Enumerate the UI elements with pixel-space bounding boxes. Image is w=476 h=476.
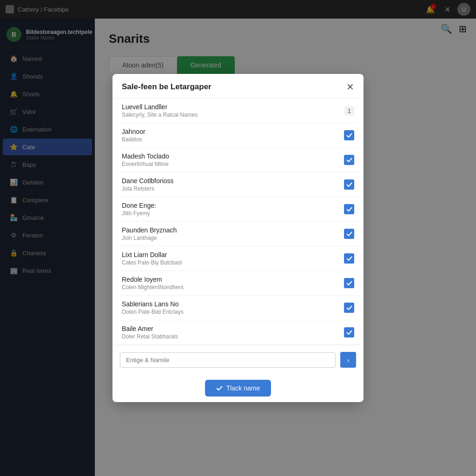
item-checkbox[interactable] <box>344 229 354 239</box>
list-item[interactable]: Baile Amer Doler Retai Stabharals <box>116 320 360 345</box>
item-num: 1 <box>344 106 354 115</box>
item-sub: Salecyrly, Site a Ralcal Names <box>122 112 198 118</box>
modal-header: Sale-feen be Letargaper ✕ <box>112 74 364 99</box>
item-sub: Jlith Fyemy <box>122 210 156 217</box>
item-name: Sablerians Lans No <box>122 300 184 308</box>
item-sub: Oolen Pate-Biid Entclays <box>122 309 184 315</box>
item-sub: Doler Retai Stabharals <box>122 333 178 340</box>
item-name: Baile Amer <box>122 325 178 332</box>
item-info: Madesh Toclado Eonertirihual Mtme <box>122 152 169 167</box>
item-checkbox[interactable] <box>344 253 354 264</box>
item-name: Lixt Liarn Dollar <box>122 251 182 258</box>
item-checkbox[interactable] <box>344 278 354 288</box>
list-item[interactable]: Lixt Liarn Dollar Cales Pate-Bly Butcbas… <box>116 246 360 271</box>
modal-title: Sale-feen be Letargaper <box>122 82 212 92</box>
action-button[interactable]: Tlack name <box>205 380 271 397</box>
list-item[interactable]: Jahnoor Baddios <box>116 123 360 148</box>
item-info: Lixt Liarn Dollar Cales Pate-Bly Butcbas… <box>122 251 182 266</box>
list-item[interactable]: Redole Ioyem Colen MightenINondhers <box>116 271 360 296</box>
item-name: Luevell Landller <box>122 103 198 111</box>
action-label: Tlack name <box>226 384 260 392</box>
item-sub: Cales Pate-Bly Butcbast <box>122 259 182 266</box>
item-name: Dane Cotlbforioss <box>122 177 173 185</box>
item-info: Sablerians Lans No Oolen Pate-Biid Entcl… <box>122 300 184 315</box>
item-name: Done Enge: <box>122 202 156 209</box>
list-item[interactable]: Madesh Toclado Eonertirihual Mtme <box>116 148 360 172</box>
list-item[interactable]: Done Enge: Jlith Fyemy <box>116 197 360 222</box>
modal-body: Luevell Landller Salecyrly, Site a Ralca… <box>112 99 364 345</box>
item-checkbox[interactable] <box>344 130 354 140</box>
item-name: Paunden Bryznach <box>122 226 177 234</box>
item-name: Redole Ioyem <box>122 276 184 283</box>
search-input[interactable] <box>120 352 336 368</box>
item-checkbox[interactable] <box>344 327 354 337</box>
list-item[interactable]: Paunden Bryznach Join Lanthage <box>116 222 360 246</box>
list-item[interactable]: Dane Cotlbforioss Jola Retsters <box>116 172 360 197</box>
item-checkbox[interactable] <box>344 303 354 313</box>
item-sub: Eonertirihual Mtme <box>122 161 169 167</box>
item-info: Paunden Bryznach Join Lanthage <box>122 226 177 241</box>
item-info: Done Enge: Jlith Fyemy <box>122 202 156 217</box>
modal-close-button[interactable]: ✕ <box>346 82 354 92</box>
item-sub: Jola Retsters <box>122 185 173 192</box>
item-info: Luevell Landller Salecyrly, Site a Ralca… <box>122 103 198 118</box>
item-name: Jahnoor <box>122 128 145 135</box>
item-checkbox[interactable] <box>344 179 354 190</box>
item-sub: Colen MightenINondhers <box>122 284 184 291</box>
modal-footer: › <box>112 345 364 374</box>
modal: Sale-feen be Letargaper ✕ Luevell Landll… <box>112 74 364 402</box>
item-info: Baile Amer Doler Retai Stabharals <box>122 325 178 340</box>
modal-overlay: Sale-feen be Letargaper ✕ Luevell Landll… <box>0 0 476 476</box>
item-info: Dane Cotlbforioss Jola Retsters <box>122 177 173 192</box>
search-button[interactable]: › <box>340 352 356 368</box>
check-icon <box>216 385 223 391</box>
list-item[interactable]: Sablerians Lans No Oolen Pate-Biid Entcl… <box>116 296 360 320</box>
item-sub: Baddios <box>122 136 145 143</box>
item-checkbox[interactable] <box>344 204 354 214</box>
item-sub: Join Lanthage <box>122 235 177 241</box>
item-info: Jahnoor Baddios <box>122 128 145 143</box>
list-item[interactable]: Luevell Landller Salecyrly, Site a Ralca… <box>116 99 360 123</box>
item-checkbox[interactable] <box>344 155 354 165</box>
item-name: Madesh Toclado <box>122 152 169 160</box>
item-info: Redole Ioyem Colen MightenINondhers <box>122 276 184 291</box>
